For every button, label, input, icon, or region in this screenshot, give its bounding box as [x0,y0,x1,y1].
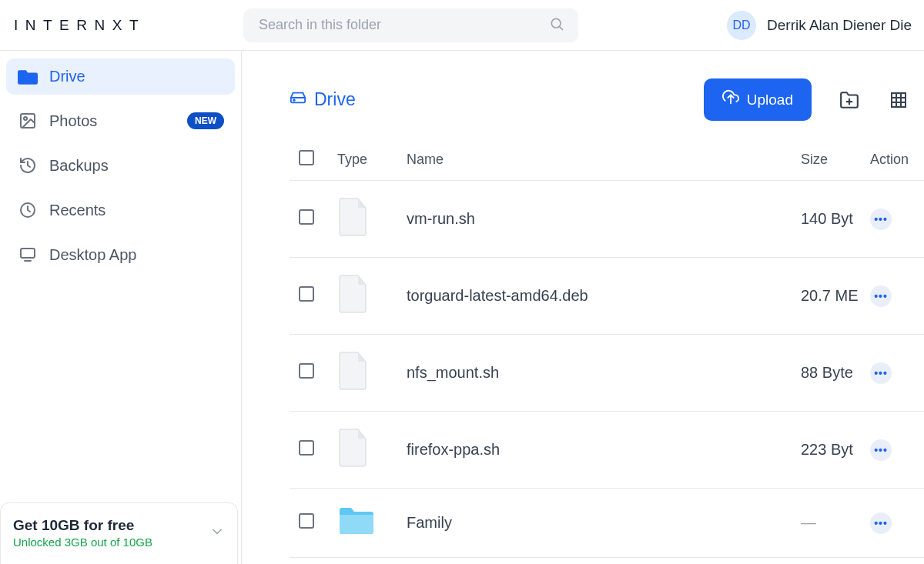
file-name: nfs_mount.sh [407,364,801,382]
col-name[interactable]: Name [407,152,801,168]
row-actions-button[interactable]: ••• [870,439,892,461]
table-header: Type Name Size Action [290,139,924,181]
file-name: torguard-latest-amd64.deb [407,287,801,305]
row-checkbox[interactable] [299,286,314,302]
sidebar-item-photos[interactable]: Photos NEW [6,102,235,139]
file-table: Type Name Size Action vm-run.sh140 Byt••… [242,139,924,564]
folder-icon [337,506,407,540]
sidebar-item-label: Drive [49,68,85,85]
svg-point-3 [24,117,27,120]
new-folder-button[interactable] [838,88,861,112]
sidebar-item-label: Photos [49,112,97,130]
row-actions-button[interactable]: ••• [870,362,892,384]
svg-point-0 [551,18,561,28]
upload-button[interactable]: Upload [704,78,812,121]
promo-card[interactable]: Get 10GB for free Unlocked 3GB out of 10… [0,502,238,564]
table-row[interactable]: Personal—••• [290,558,924,564]
file-size: 20.7 ME [801,287,858,304]
breadcrumb-label: Drive [314,89,356,110]
svg-rect-5 [21,249,35,258]
sidebar-item-desktop[interactable]: Desktop App [6,236,235,273]
row-checkbox[interactable] [299,209,314,225]
promo-title: Get 10GB for free [13,517,202,534]
table-row[interactable]: torguard-latest-amd64.deb20.7 ME••• [290,258,924,335]
file-name: vm-run.sh [407,210,801,228]
new-badge: NEW [187,112,224,129]
table-row[interactable]: firefox-ppa.sh223 Byt••• [290,412,924,489]
search-icon [549,16,564,35]
history-icon [17,156,38,175]
row-checkbox[interactable] [299,363,314,379]
col-actions: Action [870,152,924,168]
file-name: firefox-ppa.sh [407,441,801,459]
app-header: INTERNXT DD Derrik Alan Diener Die [0,0,924,51]
row-checkbox[interactable] [299,513,314,529]
file-size: 140 Byt [801,210,853,227]
promo-subtitle: Unlocked 3GB out of 10GB [13,536,202,549]
folder-icon [17,68,38,85]
user-menu[interactable]: DD Derrik Alan Diener Die [727,11,912,40]
main-content: Drive Upload Type Name Size Ac [242,51,924,564]
file-icon [337,352,407,394]
table-row[interactable]: Family—••• [290,489,924,558]
chevron-down-icon [209,524,225,542]
size-empty: — [801,514,816,531]
username: Derrik Alan Diener Die [767,17,912,34]
cloud-upload-icon [722,89,739,110]
svg-point-7 [293,99,295,101]
monitor-icon [17,245,38,264]
file-size: 223 Byt [801,441,853,458]
sidebar-item-drive[interactable]: Drive [6,58,235,95]
col-type[interactable]: Type [337,152,407,168]
drive-disk-icon [290,89,306,111]
sidebar-item-label: Recents [49,202,105,219]
sidebar-item-backups[interactable]: Backups [6,147,235,184]
sidebar-item-label: Desktop App [49,246,136,264]
grid-view-button[interactable] [887,88,910,112]
content-header: Drive Upload [242,51,924,139]
file-icon [337,275,407,317]
svg-line-1 [560,26,563,29]
file-icon [337,198,407,240]
col-size[interactable]: Size [801,152,870,168]
sidebar-item-recents[interactable]: Recents [6,192,235,229]
breadcrumb[interactable]: Drive [290,89,356,111]
svg-rect-11 [892,93,906,107]
row-checkbox[interactable] [299,440,314,456]
file-name: Family [407,514,801,532]
search-input[interactable] [243,8,578,42]
search-wrap [243,8,578,42]
select-all-checkbox[interactable] [299,150,314,165]
upload-label: Upload [747,92,793,108]
row-actions-button[interactable]: ••• [870,512,892,534]
row-actions-button[interactable]: ••• [870,209,892,230]
file-size: 88 Byte [801,364,853,381]
row-actions-button[interactable]: ••• [870,285,892,307]
brand-logo: INTERNXT [12,17,243,34]
sidebar: Drive Photos NEW Backups Recents Deskt [0,51,242,564]
sidebar-item-label: Backups [49,157,109,175]
table-row[interactable]: nfs_mount.sh88 Byte••• [290,335,924,412]
avatar: DD [727,11,756,40]
image-icon [17,112,38,130]
table-row[interactable]: vm-run.sh140 Byt••• [290,181,924,258]
clock-icon [17,201,38,219]
file-icon [337,429,407,471]
